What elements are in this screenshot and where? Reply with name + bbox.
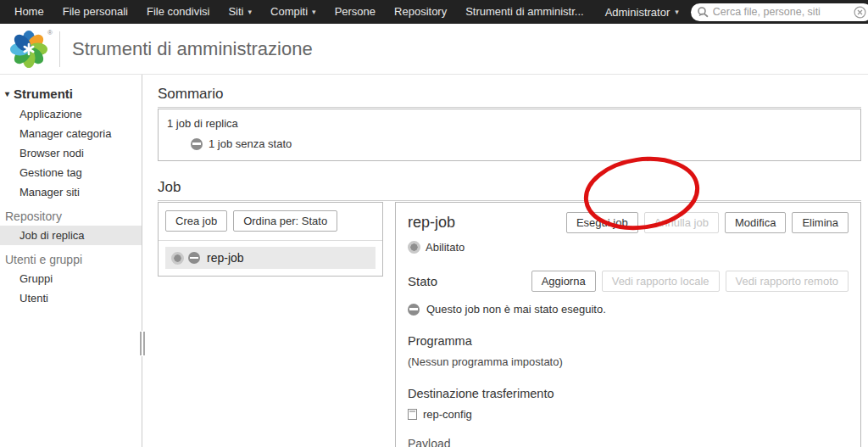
transfer-target-label: Destinazione trasferimento: [408, 387, 849, 400]
nav-home-label: Home: [14, 0, 44, 24]
status-message: Questo job non è mai stato eseguito.: [426, 303, 606, 316]
enabled-label: Abilitato: [426, 241, 465, 254]
sidebar-item-gestione-tag[interactable]: Gestione tag: [0, 163, 142, 182]
page-header: ® Strumenti di amministrazione: [0, 24, 868, 75]
admin-tools-page: Home File personali File condivisi Siti▾…: [0, 0, 868, 447]
chevron-down-icon: ▾: [248, 0, 253, 24]
create-job-button[interactable]: Crea job: [165, 210, 227, 232]
page-title: Strumenti di amministrazione: [72, 38, 313, 60]
transfer-target-row: rep-config: [408, 408, 849, 421]
transfer-target-value: rep-config: [423, 408, 472, 421]
jobs-heading: Job: [158, 179, 861, 201]
nav-file-condivisi-label: File condivisi: [147, 0, 209, 24]
sidebar-item-browser-nodi[interactable]: Browser nodi: [0, 143, 142, 163]
schedule-label: Programma: [408, 334, 849, 348]
nav-siti[interactable]: Siti▾: [219, 0, 261, 24]
search-icon: [697, 6, 709, 18]
nav-persone[interactable]: Persone: [326, 0, 385, 24]
page-body: ▾ Strumenti Applicazione Manager categor…: [0, 75, 868, 447]
edit-job-button[interactable]: Modifica: [725, 212, 786, 233]
job-list-item-label: rep-job: [207, 251, 244, 265]
nav-repository-label: Repository: [394, 0, 447, 24]
user-menu-label: Administrator: [605, 6, 670, 19]
sidebar: ▾ Strumenti Applicazione Manager categor…: [0, 75, 142, 447]
jobs-toolbar: Crea job Ordina per: Stato: [165, 210, 376, 232]
jobs-list-divider: [159, 240, 382, 241]
cancel-job-button[interactable]: Annulla job: [644, 212, 719, 233]
enabled-radio-icon: [408, 241, 420, 254]
job-detail-header: rep-job Esegui job Annulla job Modifica …: [408, 212, 849, 233]
nav-persone-label: Persone: [335, 0, 376, 24]
sidebar-item-manager-categoria[interactable]: Manager categoria: [0, 124, 142, 143]
job-status-icon: [188, 252, 200, 264]
status-message-row: Questo job non è mai stato eseguito.: [408, 303, 849, 316]
chevron-down-icon: ▾: [312, 0, 316, 24]
summary-no-status-label: 1 job senza stato: [209, 137, 292, 150]
header-divider: [59, 31, 60, 67]
search-bar[interactable]: [691, 3, 868, 21]
status-actions: Aggiorna Vedi rapporto locale Vedi rappo…: [531, 271, 849, 292]
nav-repository[interactable]: Repository: [385, 0, 456, 24]
sidebar-item-utenti[interactable]: Utenti: [0, 288, 142, 308]
chevron-down-icon: ▾: [675, 8, 679, 16]
job-enabled-icon: [171, 252, 184, 265]
summary-job-count: 1 job di replica: [167, 117, 852, 130]
sort-by-status-button[interactable]: Ordina per: Stato: [233, 210, 337, 232]
sidebar-group-repository: Repository: [5, 210, 142, 223]
sidebar-item-manager-siti[interactable]: Manager siti: [0, 182, 142, 202]
summary-heading: Sommario: [158, 86, 861, 108]
sidebar-group-strumenti-label: Strumenti: [14, 87, 73, 101]
summary-box: 1 job di replica 1 job senza stato: [158, 109, 861, 161]
sidebar-item-gruppi[interactable]: Gruppi: [0, 269, 142, 288]
remote-report-button[interactable]: Vedi rapporto remoto: [726, 271, 849, 292]
job-detail-actions: Esegui job Annulla job Modifica Elimina: [566, 212, 849, 233]
summary-no-status-row: 1 job senza stato: [191, 137, 852, 150]
local-report-button[interactable]: Vedi rapporto locale: [602, 271, 720, 292]
jobs-panels: Crea job Ordina per: Stato rep-job rep-j…: [158, 202, 861, 447]
chevron-down-icon: ▾: [5, 89, 9, 98]
sidebar-group-utenti-e-gruppi: Utenti e gruppi: [5, 253, 142, 266]
job-detail-title: rep-job: [408, 214, 455, 232]
sidebar-group-strumenti[interactable]: ▾ Strumenti: [5, 87, 142, 101]
no-status-icon: [191, 138, 203, 150]
status-section-header: Stato Aggiorna Vedi rapporto locale Vedi…: [408, 271, 849, 292]
schedule-value: (Nessun programma impostato): [408, 355, 849, 368]
run-job-button[interactable]: Esegui job: [566, 212, 638, 233]
job-list-item-rep-job[interactable]: rep-job: [165, 247, 376, 269]
nav-home[interactable]: Home: [5, 0, 53, 24]
nav-compiti-label: Compiti: [270, 0, 308, 24]
sidebar-resize-handle[interactable]: [138, 331, 146, 356]
user-menu[interactable]: Administrator ▾: [593, 6, 691, 19]
sidebar-item-job-di-replica[interactable]: Job di replica: [0, 226, 142, 245]
nav-file-condivisi[interactable]: File condivisi: [137, 0, 219, 24]
document-icon: [408, 409, 417, 420]
top-navigation-bar: Home File personali File condivisi Siti▾…: [0, 0, 868, 24]
nav-file-personali-label: File personali: [63, 0, 128, 24]
nav-compiti[interactable]: Compiti▾: [261, 0, 326, 24]
delete-job-button[interactable]: Elimina: [792, 212, 849, 233]
main-content: Sommario 1 job di replica 1 job senza st…: [142, 75, 868, 447]
no-status-icon: [408, 304, 420, 316]
nav-siti-label: Siti: [228, 0, 243, 24]
alfresco-flower-icon: [8, 29, 49, 70]
sidebar-item-applicazione[interactable]: Applicazione: [0, 104, 142, 124]
job-enabled-row: Abilitato: [408, 241, 849, 254]
alfresco-logo[interactable]: ®: [8, 29, 51, 70]
registered-mark: ®: [47, 29, 53, 36]
jobs-list-panel: Crea job Ordina per: Stato rep-job: [158, 202, 383, 277]
nav-admin-tools-label: Strumenti di amministr...: [465, 0, 583, 24]
clear-search-icon[interactable]: [854, 6, 866, 19]
nav-admin-tools[interactable]: Strumenti di amministr...: [456, 0, 593, 24]
search-input[interactable]: [713, 6, 849, 18]
nav-file-personali[interactable]: File personali: [53, 0, 137, 24]
refresh-button[interactable]: Aggiorna: [531, 271, 596, 292]
job-detail-panel: rep-job Esegui job Annulla job Modifica …: [395, 202, 861, 447]
status-label: Stato: [408, 274, 437, 288]
payload-label: Payload: [408, 437, 849, 447]
